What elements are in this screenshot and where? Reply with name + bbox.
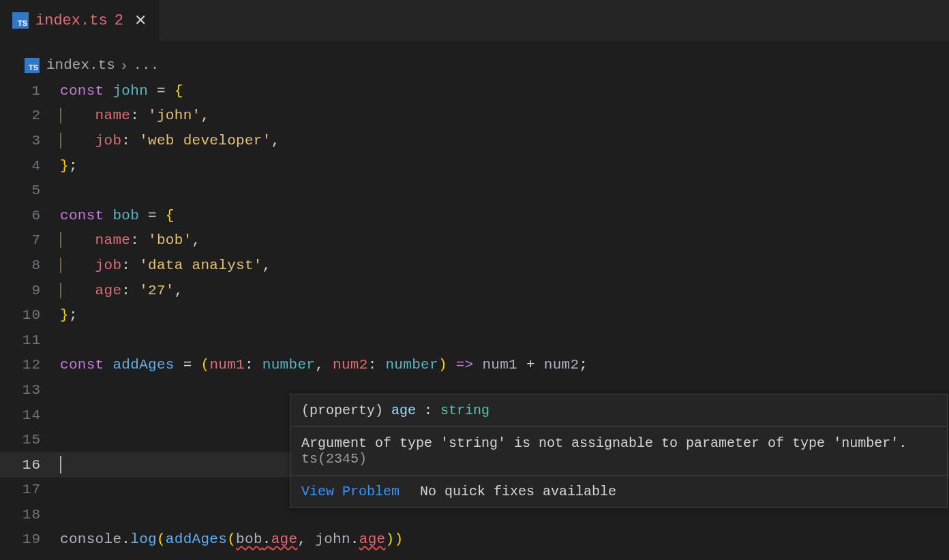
chevron-right-icon: › xyxy=(122,57,127,73)
line-number: 7 xyxy=(0,232,60,248)
code-content xyxy=(60,456,61,473)
line-number: 1 xyxy=(0,83,60,99)
hover-signature: (property) age : string xyxy=(290,394,947,426)
code-content: age: '27', xyxy=(60,283,183,298)
line-number: 2 xyxy=(0,108,60,123)
line-number: 9 xyxy=(0,283,60,298)
line-number: 15 xyxy=(0,432,60,448)
line-number: 4 xyxy=(0,158,60,174)
code-content: name: 'john', xyxy=(60,108,209,123)
code-line[interactable]: 12const addAges = (num1: number, num2: n… xyxy=(0,353,949,378)
line-number: 16 xyxy=(0,457,60,473)
code-line[interactable]: 10}; xyxy=(0,302,949,328)
indent-guide xyxy=(60,133,61,149)
code-content: const addAges = (num1: number, num2: num… xyxy=(60,357,588,373)
typescript-file-icon: TS xyxy=(12,12,29,29)
code-line[interactable]: 4}; xyxy=(0,153,949,178)
no-quick-fixes-text: No quick fixes available xyxy=(420,484,616,499)
line-number: 19 xyxy=(0,531,60,547)
tab-bar: TS index.ts 2 ✕ xyxy=(0,0,949,41)
code-content: console.log(addAges(bob.age, john.age)) xyxy=(60,531,403,547)
code-content: const john = { xyxy=(60,83,183,99)
code-line[interactable]: 9 age: '27', xyxy=(0,278,949,303)
line-number: 8 xyxy=(0,258,60,273)
code-content: const bob = { xyxy=(60,208,175,223)
code-content: name: 'bob', xyxy=(60,232,200,248)
tab-filename: index.ts xyxy=(35,12,108,29)
line-number: 5 xyxy=(0,183,60,198)
hover-error-message: Argument of type 'string' is not assigna… xyxy=(290,426,947,475)
editor-tab[interactable]: TS index.ts 2 ✕ xyxy=(0,0,160,41)
code-line[interactable]: 7 name: 'bob', xyxy=(0,228,949,253)
line-number: 17 xyxy=(0,482,60,497)
line-number: 14 xyxy=(0,407,60,423)
line-number: 6 xyxy=(0,208,60,223)
code-content: job: 'web developer', xyxy=(60,133,280,149)
line-number: 10 xyxy=(0,307,60,323)
breadcrumb[interactable]: TS index.ts › ... xyxy=(0,55,949,76)
code-content: }; xyxy=(60,158,78,174)
breadcrumb-filename: index.ts xyxy=(46,57,115,73)
text-cursor xyxy=(60,456,61,473)
close-tab-icon[interactable]: ✕ xyxy=(134,12,147,29)
hover-actions: View Problem No quick fixes available xyxy=(290,475,947,508)
code-line[interactable]: 19console.log(addAges(bob.age, john.age)… xyxy=(0,527,949,553)
line-number: 18 xyxy=(0,507,60,523)
line-number: 11 xyxy=(0,332,60,348)
indent-guide xyxy=(60,232,61,248)
line-number: 12 xyxy=(0,357,60,373)
tab-problem-count-badge: 2 xyxy=(115,12,123,29)
indent-guide xyxy=(60,283,61,298)
line-number: 13 xyxy=(0,382,60,398)
indent-guide xyxy=(60,258,61,273)
typescript-file-icon: TS xyxy=(25,58,40,73)
breadcrumb-scope: ... xyxy=(134,57,160,73)
code-line[interactable]: 1const john = { xyxy=(0,78,949,104)
code-content: }; xyxy=(60,307,78,323)
code-line[interactable]: 6const bob = { xyxy=(0,203,949,228)
code-line[interactable]: 8 job: 'data analyst', xyxy=(0,253,949,278)
indent-guide xyxy=(60,108,61,123)
view-problem-link[interactable]: View Problem xyxy=(301,484,400,499)
code-line[interactable]: 3 job: 'web developer', xyxy=(0,128,949,153)
hover-tooltip: (property) age : string Argument of type… xyxy=(290,394,948,508)
code-line[interactable]: 11 xyxy=(0,328,949,353)
code-content: job: 'data analyst', xyxy=(60,258,271,273)
code-line[interactable]: 5 xyxy=(0,178,949,203)
code-line[interactable]: 2 name: 'john', xyxy=(0,104,949,129)
line-number: 3 xyxy=(0,133,60,149)
